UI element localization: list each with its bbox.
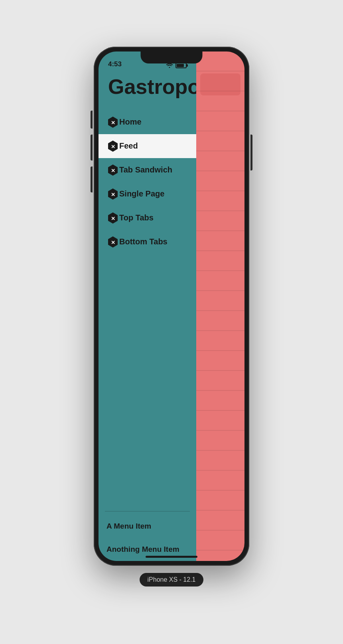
power-button — [250, 135, 252, 170]
home-hex-icon: ✕ — [106, 116, 119, 129]
svg-text:✕: ✕ — [111, 216, 115, 222]
wifi-icon — [166, 63, 173, 68]
svg-text:✕: ✕ — [111, 120, 115, 126]
screen-right — [196, 52, 244, 561]
anothing-menu-item-label: Anothing Menu Item — [106, 545, 179, 554]
device-container: 4:53 — [88, 47, 255, 598]
app-title: Gastropods — [108, 75, 187, 98]
menu-item-tab-sandwich-label: Tab Sandwich — [119, 165, 172, 174]
svg-text:✕: ✕ — [111, 144, 115, 150]
screen-left: 4:53 — [99, 52, 196, 561]
single-page-hex-icon: ✕ — [106, 188, 119, 200]
menu-item-bottom-tabs[interactable]: ✕ Bottom Tabs — [99, 230, 196, 254]
menu-item-home-label: Home — [119, 117, 142, 127]
menu-item-top-tabs[interactable]: ✕ Top Tabs — [99, 206, 196, 230]
top-tabs-hex-icon: ✕ — [106, 212, 119, 224]
menu-item-feed-label: Feed — [119, 141, 138, 151]
device-label: iPhone XS - 12.1 — [140, 573, 204, 587]
bottom-tabs-hex-icon: ✕ — [106, 236, 119, 248]
svg-text:✕: ✕ — [111, 168, 115, 174]
menu-item-feed[interactable]: ✕ Feed — [99, 134, 196, 158]
volume-up-button — [91, 135, 93, 161]
svg-text:✕: ✕ — [111, 192, 115, 198]
battery-icon — [175, 63, 187, 68]
menu-divider — [105, 511, 190, 511]
menu-item-bottom-tabs-label: Bottom Tabs — [119, 237, 168, 246]
feed-hex-icon: ✕ — [106, 140, 119, 153]
a-menu-item-label: A Menu Item — [106, 522, 151, 531]
home-indicator — [146, 556, 197, 558]
status-time: 4:53 — [108, 60, 122, 68]
menu-list: ✕ Home ✕ Feed — [99, 110, 196, 508]
notch — [141, 52, 203, 63]
svg-text:✕: ✕ — [111, 240, 115, 246]
menu-item-single-page[interactable]: ✕ Single Page — [99, 182, 196, 206]
menu-item-home[interactable]: ✕ Home — [99, 110, 196, 134]
top-right-box — [200, 73, 240, 95]
page-wrapper: 4:53 — [0, 0, 343, 644]
volume-down-button — [91, 166, 93, 192]
menu-item-top-tabs-label: Top Tabs — [119, 213, 154, 222]
status-icons — [166, 63, 187, 68]
menu-item-a-menu-item[interactable]: A Menu Item — [99, 515, 196, 538]
phone-frame: 4:53 — [94, 47, 249, 566]
phone-screen: 4:53 — [99, 52, 244, 561]
menu-item-single-page-label: Single Page — [119, 189, 164, 198]
tab-sandwich-hex-icon: ✕ — [106, 164, 119, 176]
battery-fill — [177, 64, 184, 67]
menu-item-tab-sandwich[interactable]: ✕ Tab Sandwich — [99, 158, 196, 182]
